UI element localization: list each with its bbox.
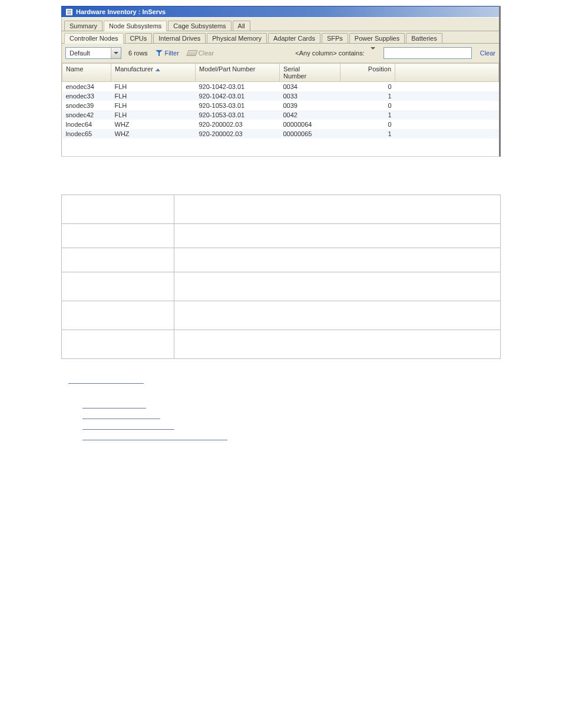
row-count-label: 6 rows	[128, 50, 147, 57]
sub-tab[interactable]: Batteries	[406, 33, 442, 43]
table-cell: 0033	[280, 91, 340, 101]
table-cell: 0	[340, 101, 395, 110]
sort-asc-icon	[156, 68, 160, 71]
link-placeholder[interactable]	[82, 418, 160, 419]
table-cell: snodec39	[62, 101, 111, 110]
main-tab[interactable]: Node Subsystems	[104, 21, 167, 31]
sub-tab[interactable]: CPUs	[125, 33, 153, 43]
table-header-row: NameManufacturerModel/Part NumberSerialN…	[62, 64, 499, 82]
table-cell: 920-1053-03.01	[196, 110, 280, 120]
link-placeholder[interactable]	[68, 383, 144, 384]
table-cell: WHZ	[111, 120, 196, 129]
table-cell: 920-200002.03	[196, 120, 280, 129]
sub-tab[interactable]: Physical Memory	[207, 33, 267, 43]
sub-tab[interactable]: Power Supplies	[349, 33, 405, 43]
chevron-down-icon	[114, 52, 118, 54]
table-cell	[395, 120, 499, 129]
related-links-block	[68, 383, 562, 440]
filter-button[interactable]: Filter	[156, 50, 178, 57]
table-cell: 0	[340, 82, 395, 92]
clear-filter-button[interactable]: Clear	[187, 50, 214, 57]
table-row[interactable]: snodec39FLH920-1053-03.0100390	[62, 101, 499, 110]
table-cell: 920-1053-03.01	[196, 101, 280, 110]
table-row[interactable]: enodec33FLH920-1042-03.0100331	[62, 91, 499, 101]
table-row[interactable]: enodec34FLH920-1042-03.0100340	[62, 82, 499, 92]
table-cell: 920-200002.03	[196, 129, 280, 139]
chevron-down-icon	[371, 47, 375, 57]
table-cell: FLH	[111, 91, 196, 101]
column-header[interactable]: Position	[340, 64, 395, 82]
toolbar: Default 6 rows Filter Clear <Any column>…	[62, 44, 499, 63]
table-cell: 0	[340, 120, 395, 129]
table-cell: 00000064	[280, 120, 340, 129]
table-cell	[395, 101, 499, 110]
column-header[interactable]: Model/Part Number	[196, 64, 280, 82]
data-table-wrap: NameManufacturerModel/Part NumberSerialN…	[62, 63, 499, 156]
sub-tab[interactable]: Controller Nodes	[64, 33, 124, 44]
table-cell	[395, 82, 499, 92]
table-cell: FLH	[111, 82, 196, 92]
table-cell: 0034	[280, 82, 340, 92]
table-row[interactable]: lnodec65WHZ920-200002.03000000651	[62, 129, 499, 139]
application-window: Hardware Inventory : InServs SummaryNode…	[61, 6, 501, 157]
table-row[interactable]: snodec42FLH920-1053-03.0100421	[62, 110, 499, 120]
filter-icon	[156, 50, 163, 56]
table-cell: 1	[340, 91, 395, 101]
view-select[interactable]: Default	[65, 47, 121, 59]
view-select-button[interactable]	[111, 48, 121, 58]
clear-filter-label: Clear	[199, 50, 214, 57]
table-cell: 1	[340, 129, 395, 139]
table-cell	[395, 129, 499, 139]
table-cell: 00000065	[280, 129, 340, 139]
eraser-icon	[186, 50, 197, 56]
table-cell: snodec42	[62, 110, 111, 120]
column-header[interactable]: Name	[62, 64, 111, 82]
table-cell: lnodec64	[62, 120, 111, 129]
sub-tab[interactable]: Internal Drives	[153, 33, 206, 43]
main-tab-strip: SummaryNode SubsystemsCage SubsystemsAll	[62, 18, 499, 31]
column-header[interactable]: Manufacturer	[111, 64, 196, 82]
link-placeholder[interactable]	[82, 439, 227, 440]
link-placeholder[interactable]	[82, 429, 174, 430]
window-titlebar: Hardware Inventory : InServs	[61, 6, 499, 17]
search-column-dropdown[interactable]	[371, 50, 375, 57]
description-table-skeleton	[61, 195, 501, 359]
search-input[interactable]	[384, 47, 472, 59]
sub-tab[interactable]: SFPs	[322, 33, 348, 43]
table-cell: enodec34	[62, 82, 111, 92]
table-cell: 0039	[280, 101, 340, 110]
main-tab[interactable]: All	[233, 21, 250, 31]
table-cell	[395, 91, 499, 101]
main-tab[interactable]: Summary	[64, 21, 103, 31]
table-cell: 920-1042-03.01	[196, 91, 280, 101]
table-cell: 1	[340, 110, 395, 120]
app-icon	[65, 8, 73, 16]
sub-tab[interactable]: Adapter Cards	[268, 33, 320, 43]
sub-tab-strip: Controller NodesCPUsInternal DrivesPhysi…	[62, 31, 499, 44]
table-cell: FLH	[111, 110, 196, 120]
table-cell: 920-1042-03.01	[196, 82, 280, 92]
filter-label: Filter	[164, 50, 178, 57]
search-label: <Any column> contains:	[295, 50, 364, 57]
window-title: Hardware Inventory : InServs	[76, 8, 166, 15]
table-cell: lnodec65	[62, 129, 111, 139]
clear-search-button[interactable]: Clear	[480, 50, 495, 57]
table-cell: WHZ	[111, 129, 196, 139]
data-table: NameManufacturerModel/Part NumberSerialN…	[62, 63, 499, 139]
view-select-value: Default	[66, 50, 111, 57]
table-cell: enodec33	[62, 91, 111, 101]
main-tab[interactable]: Cage Subsystems	[168, 21, 231, 31]
table-row[interactable]: lnodec64WHZ920-200002.03000000640	[62, 120, 499, 129]
column-header-spacer	[395, 64, 499, 82]
table-cell: 0042	[280, 110, 340, 120]
table-cell: FLH	[111, 101, 196, 110]
column-header[interactable]: SerialNumber	[280, 64, 340, 82]
table-cell	[395, 110, 499, 120]
link-placeholder[interactable]	[82, 407, 146, 409]
